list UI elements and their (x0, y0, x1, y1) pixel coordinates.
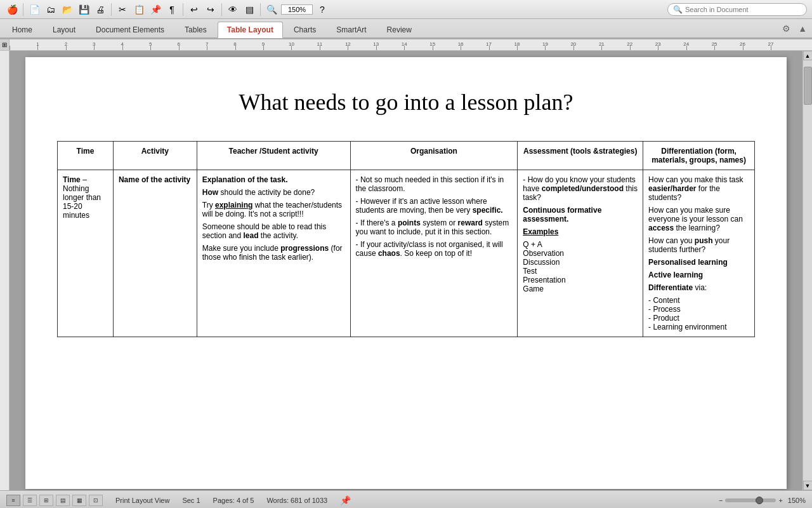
help-icon[interactable]: ? (315, 3, 329, 17)
org-p3: - If there's a points system or reward s… (356, 218, 513, 236)
separator4 (221, 3, 222, 16)
header-time: Time (58, 142, 114, 170)
format-icon[interactable]: ¶ (165, 3, 179, 17)
print-icon[interactable]: 🖨 (93, 3, 107, 17)
zoom-slider-thumb[interactable] (756, 497, 763, 504)
paste-icon[interactable]: 📌 (148, 3, 162, 17)
zoom-slider[interactable] (725, 498, 776, 502)
copy-icon[interactable]: 📋 (132, 3, 146, 17)
org-p2: - However if it's an active lesson where… (356, 197, 513, 215)
separator3 (183, 3, 183, 16)
toolbar-left: 🍎 📄 🗂 📂 💾 🖨 ✂ 📋 📌 ¶ ↩ ↪ 👁 ▤ 🔍 150% ? (5, 3, 329, 17)
assess-examples: Q + AObservationDiscussionTestPresentati… (523, 240, 638, 293)
words-label: Words: 681 of 1033 (266, 497, 327, 504)
separator2 (111, 3, 112, 16)
assess-content: - How do you know your students have com… (523, 175, 638, 293)
tab-tables[interactable]: Tables (175, 22, 216, 37)
org-content: - Not so much needed in this section if … (356, 175, 513, 258)
assess-p1: - How do you know your students have com… (523, 175, 638, 202)
examples-label: Examples (523, 227, 558, 236)
scroll-track[interactable] (803, 60, 812, 481)
words-value: 681 of 1033 (291, 497, 327, 504)
sidebar-icon[interactable]: ▤ (242, 3, 256, 17)
undo-icon[interactable]: ↩ (187, 3, 201, 17)
document-scroll[interactable]: What needs to go into a lesson plan? Tim… (10, 51, 802, 490)
zoom-out-icon[interactable]: − (719, 497, 723, 504)
tab-home[interactable]: Home (3, 22, 42, 37)
vertical-scrollbar[interactable]: ▲ ▼ (802, 51, 812, 490)
tab-table-layout[interactable]: Table Layout (218, 22, 283, 38)
header-activity: Activity (113, 142, 197, 170)
track-icon[interactable]: 📌 (340, 495, 351, 505)
assess-p3: Examples (523, 227, 638, 236)
view-btn-1[interactable]: ≡ (6, 495, 20, 506)
diff-p1: How can you make this task easier/harder… (648, 175, 749, 202)
separator5 (260, 3, 261, 16)
diff-p2: How can you make sure everyone is your l… (648, 206, 749, 232)
lesson-plan-table: Time Activity Teacher /Student activity … (57, 141, 755, 337)
zoom-out-icon[interactable]: 🔍 (265, 3, 278, 17)
separator (23, 3, 23, 16)
tab-review[interactable]: Review (377, 22, 421, 37)
active-learning-label: Active learning (648, 271, 703, 279)
save-icon[interactable]: 💾 (77, 3, 91, 17)
view-btn-6[interactable]: ⊡ (89, 495, 103, 506)
ruler-scale: 1234567891011121314151617181920212223242… (10, 39, 812, 51)
new-doc-icon[interactable]: 📄 (27, 3, 41, 17)
zoom-bar: − + 150% (719, 497, 806, 504)
tab-charts[interactable]: Charts (284, 22, 325, 37)
progressions-label: progressions (280, 244, 329, 253)
section-label: Sec 1 (182, 497, 200, 504)
view-btn-2[interactable]: ☰ (23, 495, 37, 506)
reward-label: reward (458, 218, 483, 227)
easier-harder-label: easier/harder (648, 184, 696, 193)
vertical-ruler (0, 51, 10, 490)
scroll-up-btn[interactable]: ▲ (803, 51, 813, 60)
document-title: What needs to go into a lesson plan? (57, 76, 755, 116)
lead-label: lead (244, 231, 259, 240)
how-label: How (202, 188, 218, 197)
templates-icon[interactable]: 🗂 (44, 3, 58, 17)
cut-icon[interactable]: ✂ (115, 3, 129, 17)
tab-layout[interactable]: Layout (43, 22, 85, 37)
access-label: access (648, 224, 674, 232)
diff-p3: How can you push your students further? (648, 236, 749, 254)
pages-value: 4 of 5 (237, 497, 254, 504)
view-icon[interactable]: 👁 (226, 3, 240, 17)
open-icon[interactable]: 📂 (60, 3, 74, 17)
customize-icon[interactable]: ⚙ (780, 22, 793, 35)
tab-document-elements[interactable]: Document Elements (86, 22, 174, 37)
view-btn-4[interactable]: ▤ (56, 495, 70, 506)
section-num: 1 (196, 497, 200, 504)
cell-assessment: - How do you know your students have com… (518, 170, 643, 337)
table-header-row: Time Activity Teacher /Student activity … (58, 142, 755, 170)
personalised-label: Personalised learning (648, 258, 728, 267)
scroll-thumb[interactable] (804, 67, 812, 105)
apple-menu-icon[interactable]: 🍎 (5, 3, 19, 17)
header-teacher: Teacher /Student activity (197, 142, 350, 170)
chaos-label: chaos (378, 249, 400, 258)
search-input[interactable] (685, 6, 799, 13)
expand-icon[interactable]: ▲ (796, 22, 809, 35)
view-btn-3[interactable]: ⊞ (39, 495, 53, 506)
activity-content: Name of the activity (119, 175, 192, 184)
activity-text: Name of the activity (119, 175, 190, 184)
org-p4: - If your activity/class is not organise… (356, 240, 513, 258)
cell-time: Time – Nothing longer than 15-20 minutes (58, 170, 114, 337)
tab-smartart[interactable]: SmartArt (327, 22, 376, 37)
cell-organisation: - Not so much needed in this section if … (350, 170, 518, 337)
teacher-p5: Make sure you include progressions (for … (202, 244, 345, 262)
redo-icon[interactable]: ↪ (204, 3, 218, 17)
header-assessment: Assessment (tools &strategies) (518, 142, 643, 170)
zoom-display[interactable]: 150% (281, 4, 313, 15)
view-btn-5[interactable]: ▦ (72, 495, 86, 506)
time-label: Time (63, 175, 81, 184)
cell-teacher: Explanation of the task. How should the … (197, 170, 350, 337)
teacher-p1-bold: Explanation of the task. (202, 175, 288, 184)
scroll-down-btn[interactable]: ▼ (803, 481, 813, 490)
completed-label: completed/understood (542, 184, 624, 193)
statusbar: ≡ ☰ ⊞ ▤ ▦ ⊡ Print Layout View Sec 1 Page… (0, 490, 812, 508)
zoom-in-icon[interactable]: + (778, 497, 782, 504)
cell-differentiation: How can you make this task easier/harder… (643, 170, 755, 337)
push-label: push (695, 236, 713, 245)
